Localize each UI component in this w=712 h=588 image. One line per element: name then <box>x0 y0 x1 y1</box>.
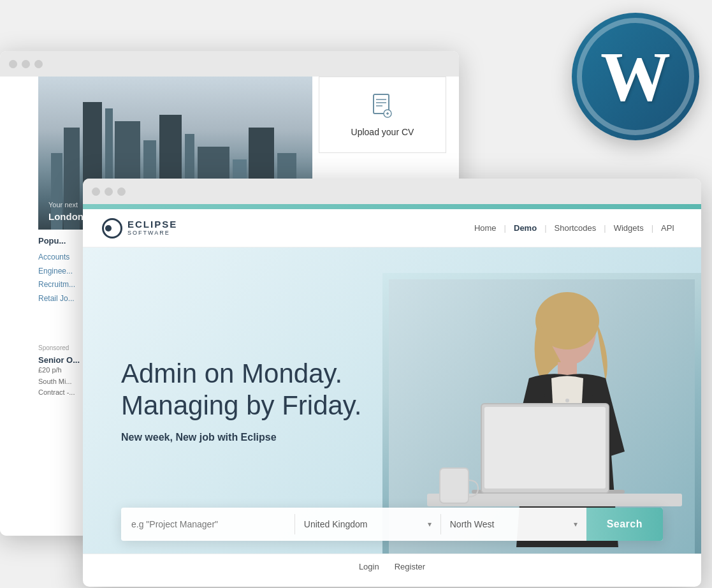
nav-api[interactable]: API <box>653 223 682 233</box>
cv-icon <box>370 93 395 123</box>
nav-links: Home | Demo | Shortcodes | Widgets | API <box>467 223 682 233</box>
svg-rect-16 <box>440 468 469 503</box>
teal-accent-bar <box>83 204 701 209</box>
eclipse-name: ECLIPSE <box>127 219 177 230</box>
hero-heading: Admin on Monday. Managing by Friday. <box>121 358 427 422</box>
svg-rect-14 <box>484 407 606 489</box>
cv-upload-card[interactable]: Upload your CV <box>319 77 446 153</box>
front-dot-2 <box>105 187 113 196</box>
nav-demo[interactable]: Demo <box>506 223 544 233</box>
footer-register-link[interactable]: Register <box>395 562 425 571</box>
hero-section: Admin on Monday. Managing by Friday. New… <box>83 247 701 554</box>
nav-home[interactable]: Home <box>467 223 504 233</box>
front-browser-titlebar <box>83 179 701 204</box>
svg-point-9 <box>565 399 569 402</box>
wordpress-logo: W <box>572 13 699 140</box>
front-dot-3 <box>117 187 126 196</box>
window-dot-3 <box>34 60 43 68</box>
wordpress-circle: W <box>572 13 699 140</box>
eclipse-logo-text: ECLIPSE SOFTWARE <box>127 219 177 236</box>
footer-login-link[interactable]: Login <box>359 562 379 571</box>
city-label: Your next London <box>48 200 84 223</box>
search-button[interactable]: Search <box>586 508 663 541</box>
region-chevron-down-icon: ▾ <box>574 520 578 529</box>
wordpress-letter: W <box>600 41 671 112</box>
eclipse-navbar: ECLIPSE SOFTWARE Home | Demo | Shortcode… <box>83 209 701 247</box>
nav-widgets[interactable]: Widgets <box>606 223 651 233</box>
region-select-text: North West <box>450 519 495 529</box>
front-browser-window: ECLIPSE SOFTWARE Home | Demo | Shortcode… <box>83 179 701 587</box>
back-browser-titlebar <box>0 51 459 77</box>
window-dot-1 <box>9 60 17 68</box>
footer-links: Login Register <box>83 554 701 579</box>
region-select[interactable]: North West ▾ <box>441 508 586 541</box>
eclipse-logo: ECLIPSE SOFTWARE <box>102 218 177 239</box>
country-select[interactable]: United Kingdom ▾ <box>295 508 440 541</box>
search-job-input[interactable] <box>121 508 294 541</box>
eclipse-logo-icon <box>102 218 122 239</box>
front-browser-content: ECLIPSE SOFTWARE Home | Demo | Shortcode… <box>83 204 701 587</box>
window-dot-2 <box>22 60 30 68</box>
search-bar: United Kingdom ▾ North West ▾ Search <box>121 508 663 541</box>
country-select-text: United Kingdom <box>304 519 368 529</box>
hero-heading-line2: Managing by Friday. <box>121 390 361 420</box>
cv-upload-label: Upload your CV <box>351 127 414 137</box>
eclipse-subtitle: SOFTWARE <box>127 230 177 237</box>
nav-shortcodes[interactable]: Shortcodes <box>547 223 604 233</box>
front-dot-1 <box>92 187 100 196</box>
hero-heading-line1: Admin on Monday. <box>121 358 342 388</box>
city-name: London <box>48 210 84 223</box>
hero-subheading: New week, New job with Eclipse <box>121 432 663 443</box>
country-chevron-down-icon: ▾ <box>428 520 432 529</box>
city-next-text: Your next <box>48 200 84 210</box>
